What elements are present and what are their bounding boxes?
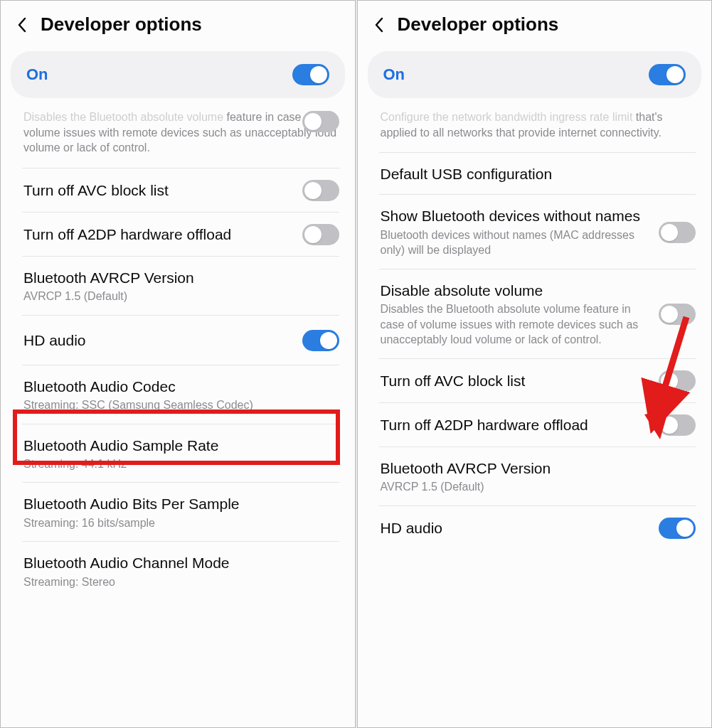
item-bt-no-names[interactable]: Show Bluetooth devices without names Blu… xyxy=(358,195,712,269)
master-toggle[interactable] xyxy=(649,64,686,85)
toggle-hd-audio[interactable] xyxy=(302,330,339,351)
item-bt-sample-rate[interactable]: Bluetooth Audio Sample Rate Streaming: 4… xyxy=(1,424,355,483)
master-toggle[interactable] xyxy=(292,64,329,85)
partial-description: Configure the network bandwidth ingress … xyxy=(358,102,712,153)
back-button[interactable] xyxy=(14,16,31,33)
settings-list[interactable]: Configure the network bandwidth ingress … xyxy=(358,102,712,727)
item-avrcp-version[interactable]: Bluetooth AVRCP Version AVRCP 1.5 (Defau… xyxy=(1,257,355,316)
chevron-left-icon xyxy=(16,16,28,33)
header: Developer options xyxy=(358,1,712,51)
toggle-bt-no-names[interactable] xyxy=(659,222,696,243)
right-panel: Developer options On Configure the netwo… xyxy=(357,0,713,728)
header: Developer options xyxy=(1,1,355,51)
toggle-disable-absolute-volume[interactable] xyxy=(659,304,696,325)
toggle-avc-block-list[interactable] xyxy=(659,370,696,392)
item-a2dp-offload[interactable]: Turn off A2DP hardware offload xyxy=(1,213,355,257)
item-a2dp-offload[interactable]: Turn off A2DP hardware offload xyxy=(358,403,712,447)
master-toggle-row[interactable]: On xyxy=(368,51,702,98)
toggle-hd-audio[interactable] xyxy=(659,518,696,539)
item-hd-audio[interactable]: HD audio xyxy=(1,316,355,365)
page-title: Developer options xyxy=(41,14,202,36)
item-default-usb[interactable]: Default USB configuration xyxy=(358,153,712,195)
page-title: Developer options xyxy=(398,14,559,36)
master-toggle-label: On xyxy=(383,65,405,84)
partial-toggle[interactable] xyxy=(302,111,339,132)
settings-list[interactable]: Disables the Bluetooth absolute volume f… xyxy=(1,102,355,727)
item-hd-audio[interactable]: HD audio xyxy=(358,506,712,550)
item-bt-audio-codec[interactable]: Bluetooth Audio Codec Streaming: SSC (Sa… xyxy=(1,365,355,424)
item-disable-absolute-volume[interactable]: Disable absolute volume Disables the Blu… xyxy=(358,269,712,359)
left-panel: Developer options On Disables the Blueto… xyxy=(0,0,356,728)
item-avc-block-list[interactable]: Turn off AVC block list xyxy=(358,359,712,403)
item-bt-bits-per-sample[interactable]: Bluetooth Audio Bits Per Sample Streamin… xyxy=(1,483,355,542)
toggle-a2dp-offload[interactable] xyxy=(659,414,696,436)
master-toggle-label: On xyxy=(26,65,48,84)
toggle-a2dp-offload[interactable] xyxy=(302,224,339,245)
partial-description: Disables the Bluetooth absolute volume f… xyxy=(1,102,355,168)
item-avrcp-version[interactable]: Bluetooth AVRCP Version AVRCP 1.5 (Defau… xyxy=(358,447,712,506)
item-avc-block-list[interactable]: Turn off AVC block list xyxy=(1,168,355,213)
master-toggle-row[interactable]: On xyxy=(11,51,345,98)
chevron-left-icon xyxy=(373,16,385,33)
item-bt-channel-mode[interactable]: Bluetooth Audio Channel Mode Streaming: … xyxy=(1,542,355,601)
toggle-avc-block-list[interactable] xyxy=(302,180,339,201)
back-button[interactable] xyxy=(371,16,388,33)
